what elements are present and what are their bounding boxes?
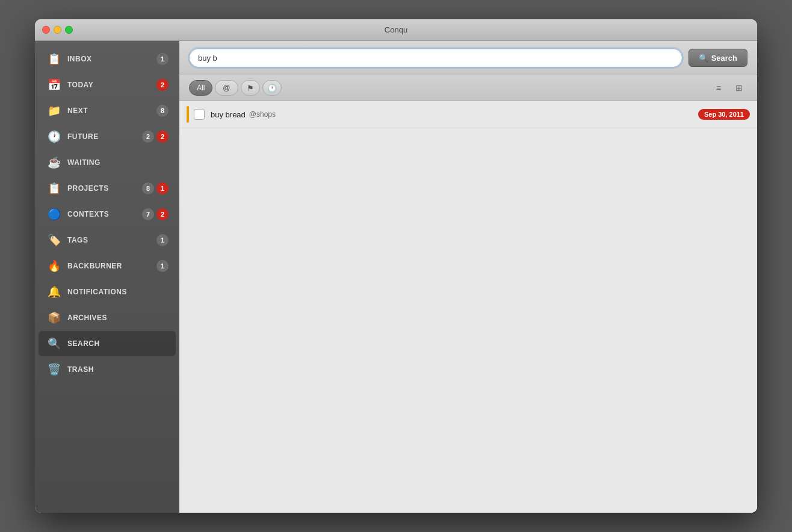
tags-badge-gray: 1 [156, 234, 169, 246]
contexts-icon: 🔵 [46, 206, 63, 223]
future-label: FUTURE [67, 132, 142, 141]
search-button-label: Search [711, 54, 737, 63]
backburner-badge-gray: 1 [156, 260, 169, 272]
archives-icon: 📦 [46, 309, 63, 326]
view-btn-list-view[interactable]: ≡ [710, 81, 727, 94]
future-icon: 🕐 [46, 128, 63, 145]
notifications-label: NOTIFICATIONS [67, 288, 169, 296]
inbox-badges: 1 [156, 53, 169, 65]
tags-icon: 🏷️ [46, 232, 63, 249]
next-label: NEXT [67, 107, 156, 115]
task-list: buy bread@shopsSep 30, 2011 [179, 101, 757, 513]
next-icon: 📁 [46, 102, 63, 119]
view-buttons: ≡⊞ [710, 81, 747, 94]
contexts-badge-gray: 7 [142, 208, 154, 220]
backburner-label: BACKBURNER [67, 262, 156, 270]
view-btn-grid-view[interactable]: ⊞ [731, 81, 747, 94]
sidebar-item-search[interactable]: 🔍SEARCH [39, 331, 176, 356]
backburner-icon: 🔥 [46, 258, 63, 274]
maximize-button[interactable] [65, 26, 73, 34]
task-title: buy bread [211, 110, 246, 119]
sidebar: 📋INBOX1📅TODAY2📁NEXT8🕐FUTURE22☕WAITING📋PR… [35, 41, 179, 513]
search-button[interactable]: 🔍 Search [688, 49, 747, 67]
search-bar: 🔍 Search [179, 41, 757, 75]
close-button[interactable] [42, 26, 50, 34]
sidebar-item-future[interactable]: 🕐FUTURE22 [39, 124, 176, 149]
main-content: 📋INBOX1📅TODAY2📁NEXT8🕐FUTURE22☕WAITING📋PR… [35, 41, 757, 513]
sidebar-item-today[interactable]: 📅TODAY2 [39, 72, 176, 97]
table-row[interactable]: buy bread@shopsSep 30, 2011 [179, 101, 757, 128]
sidebar-item-notifications[interactable]: 🔔NOTIFICATIONS [39, 279, 176, 305]
app-window: Conqu 📋INBOX1📅TODAY2📁NEXT8🕐FUTURE22☕WAIT… [35, 19, 757, 513]
sidebar-item-waiting[interactable]: ☕WAITING [39, 150, 176, 175]
filter-btn-flag[interactable]: ⚑ [241, 80, 260, 96]
sidebar-item-archives[interactable]: 📦ARCHIVES [39, 305, 176, 330]
projects-badges: 81 [142, 182, 169, 194]
sidebar-item-tags[interactable]: 🏷️TAGS1 [39, 227, 176, 253]
waiting-label: WAITING [67, 158, 169, 167]
tags-badges: 1 [156, 234, 169, 246]
today-badge-red: 2 [156, 79, 169, 91]
trash-icon: 🗑️ [46, 361, 63, 378]
future-badge-gray: 2 [142, 131, 154, 143]
filter-btn-context[interactable]: @ [215, 80, 238, 96]
task-date-badge: Sep 30, 2011 [698, 109, 750, 120]
minimize-button[interactable] [54, 26, 61, 34]
projects-icon: 📋 [46, 180, 63, 197]
today-badges: 2 [156, 79, 169, 91]
notifications-icon: 🔔 [46, 283, 63, 300]
task-priority-bar [187, 106, 189, 123]
projects-badge-gray: 8 [142, 182, 154, 194]
backburner-badges: 1 [156, 260, 169, 272]
projects-label: PROJECTS [67, 184, 142, 193]
filter-btn-clock[interactable]: 🕐 [262, 80, 282, 96]
today-label: TODAY [67, 81, 156, 89]
tags-label: TAGS [67, 236, 156, 244]
window-controls [42, 26, 73, 34]
filter-buttons: All@⚑🕐 [189, 80, 282, 96]
search-icon: 🔍 [46, 335, 63, 352]
search-input[interactable] [189, 48, 682, 67]
future-badge-red: 2 [156, 131, 169, 143]
sidebar-item-projects[interactable]: 📋PROJECTS81 [39, 176, 176, 201]
task-checkbox[interactable] [194, 109, 205, 120]
content-area: 🔍 Search All@⚑🕐 ≡⊞ buy bread@shopsSep 30… [179, 41, 757, 513]
sidebar-item-next[interactable]: 📁NEXT8 [39, 98, 176, 123]
projects-badge-red: 1 [156, 182, 169, 194]
archives-label: ARCHIVES [67, 314, 169, 322]
sidebar-item-backburner[interactable]: 🔥BACKBURNER1 [39, 253, 176, 279]
today-icon: 📅 [46, 76, 63, 93]
trash-label: TRASH [67, 365, 169, 374]
search-label: SEARCH [67, 339, 169, 348]
future-badges: 22 [142, 131, 169, 143]
sidebar-item-trash[interactable]: 🗑️TRASH [39, 357, 176, 382]
search-icon: 🔍 [699, 54, 708, 63]
inbox-icon: 📋 [46, 51, 63, 67]
next-badge-gray: 8 [156, 105, 169, 117]
waiting-icon: ☕ [46, 154, 63, 171]
window-title: Conqu [385, 25, 407, 34]
filter-bar: All@⚑🕐 ≡⊞ [179, 75, 757, 101]
sidebar-item-contexts[interactable]: 🔵CONTEXTS72 [39, 202, 176, 227]
sidebar-item-inbox[interactable]: 📋INBOX1 [39, 46, 176, 72]
contexts-label: CONTEXTS [67, 210, 142, 218]
contexts-badge-red: 2 [156, 208, 169, 220]
filter-btn-all[interactable]: All [189, 80, 212, 96]
contexts-badges: 72 [142, 208, 169, 220]
next-badges: 8 [156, 105, 169, 117]
inbox-badge-gray: 1 [156, 53, 169, 65]
task-context: @shops [249, 110, 276, 119]
inbox-label: INBOX [67, 55, 156, 63]
titlebar: Conqu [35, 19, 757, 41]
